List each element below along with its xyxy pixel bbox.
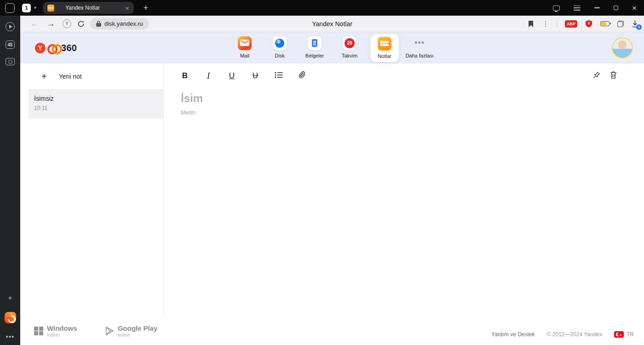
kebab-menu-icon[interactable]: ⋮ — [542, 20, 549, 28]
google-play-download-link[interactable]: Google Play İndirin — [106, 324, 158, 338]
cast-icon[interactable] — [553, 6, 560, 11]
page-title: Yandex Notlar — [312, 20, 352, 28]
nav-label: Notlar — [378, 53, 391, 59]
nav-label: Daha fazlası — [405, 53, 433, 58]
menu-icon[interactable] — [574, 6, 581, 11]
yandex-y-icon: Y — [35, 43, 46, 53]
new-note-button[interactable]: + Yeni not — [29, 63, 163, 90]
back-icon[interactable]: ← — [29, 20, 40, 28]
url-text: disk.yandex.ru — [104, 20, 143, 27]
sidebar-toggle-icon[interactable] — [5, 3, 15, 13]
nav-label: Disk — [275, 53, 284, 58]
nav-item-mail[interactable]: Mail — [230, 34, 259, 58]
browser-window: 1 ▼ Yandex Notlar × + × 45 + — [0, 0, 644, 345]
store-subtitle: İndirin — [47, 333, 77, 338]
minimize-button[interactable] — [594, 7, 600, 8]
windows-icon — [34, 327, 43, 335]
new-note-label: Yeni not — [59, 73, 82, 80]
tab-count-badge: 1 — [22, 4, 31, 12]
infinity-icon — [47, 44, 59, 52]
editor-toolbar: B I U U — [164, 63, 644, 88]
tab-groups-icon[interactable] — [617, 21, 624, 27]
disk-icon — [273, 36, 287, 50]
note-body-input[interactable]: Metin — [181, 109, 626, 116]
italic-button[interactable]: I — [204, 71, 213, 81]
forward-icon[interactable]: → — [45, 20, 57, 28]
store-subtitle: İndirin — [118, 333, 158, 338]
address-bar[interactable]: disk.yandex.ru — [90, 18, 149, 29]
new-tab-button[interactable]: + — [140, 2, 151, 13]
editor-content[interactable]: İsim Metin — [164, 88, 644, 116]
store-title: Windows — [47, 324, 77, 332]
yandex360-logo[interactable]: Y 360 — [35, 43, 77, 53]
play-icon[interactable] — [6, 22, 15, 31]
google-play-icon — [106, 327, 114, 335]
nav-label: Belgeler — [305, 53, 324, 58]
browser-toolbar: ← → Y disk.yandex.ru Yandex Notlar ⋮ ABP — [20, 16, 644, 32]
maximize-button[interactable] — [614, 6, 618, 10]
app-footer: Windows İndirin Google Play İndirin Yard… — [20, 316, 644, 345]
lock-icon — [96, 21, 101, 27]
downloads-button[interactable]: 1 — [632, 20, 638, 28]
notes-icon — [378, 37, 391, 51]
store-title: Google Play — [118, 324, 158, 332]
adblock-plus-badge[interactable]: ABP — [565, 20, 577, 28]
more-icon[interactable]: ••• — [6, 333, 15, 340]
underline-button[interactable]: U — [227, 71, 236, 80]
more-services-icon: ••• — [413, 36, 426, 50]
reload-icon[interactable] — [77, 20, 85, 28]
nav-item-calendar[interactable]: 20 Takvim — [335, 34, 364, 58]
plus-icon: + — [41, 71, 47, 82]
notes-list-panel: + Yeni not İsimsiz 10:11 — [29, 63, 164, 316]
tab-list-button[interactable]: 1 ▼ — [22, 4, 37, 12]
browser-tab[interactable]: Yandex Notlar × — [43, 2, 134, 14]
services-nav: Mail Disk Belgeler 20 Takvim — [230, 34, 434, 62]
tabs-counter-badge[interactable]: 45 — [6, 40, 15, 49]
windows-download-link[interactable]: Windows İndirin — [34, 324, 77, 338]
yandex-browser-icon[interactable] — [5, 312, 16, 323]
note-title-input[interactable]: İsim — [181, 92, 626, 105]
help-link[interactable]: Yardım ve Destek — [491, 331, 535, 338]
add-icon[interactable]: + — [8, 293, 12, 303]
bold-button[interactable]: B — [180, 71, 190, 80]
tab-bar: 1 ▼ Yandex Notlar × + × — [0, 0, 644, 16]
nav-item-more[interactable]: ••• Daha fazlası — [405, 34, 434, 58]
shield-icon[interactable] — [585, 20, 592, 28]
close-button[interactable]: × — [632, 4, 637, 12]
language-selector[interactable]: ★ TR — [614, 331, 634, 338]
download-count-badge: 1 — [636, 24, 642, 30]
protect-icon[interactable]: Y — [63, 19, 71, 28]
note-time: 10:11 — [34, 105, 158, 111]
copyright-text: © 2012—2024 Yandex — [547, 331, 603, 338]
documents-icon — [308, 36, 322, 50]
nav-item-docs[interactable]: Belgeler — [300, 34, 329, 58]
notes-favicon-icon — [47, 5, 54, 12]
pin-button[interactable] — [592, 71, 601, 81]
note-editor: B I U U — [164, 63, 644, 316]
list-item[interactable]: İsimsiz 10:11 — [29, 90, 163, 118]
strikethrough-button[interactable]: U — [251, 71, 260, 80]
trash-button[interactable] — [610, 71, 617, 81]
screenshot-icon[interactable] — [6, 58, 15, 65]
tab-title: Yandex Notlar — [65, 5, 122, 11]
browser-sidebar: 45 + ••• — [0, 16, 20, 345]
nav-item-notes[interactable]: Notlar — [370, 34, 399, 62]
chevron-down-icon: ▼ — [33, 6, 37, 10]
yandex360-header: Y 360 Mail Disk — [20, 32, 644, 63]
bookmark-icon[interactable] — [528, 20, 534, 28]
brand-360-text: 360 — [61, 43, 77, 53]
nav-item-disk[interactable]: Disk — [265, 34, 294, 58]
attach-button[interactable] — [298, 70, 307, 81]
battery-icon[interactable] — [600, 21, 610, 26]
turkey-flag-icon: ★ — [614, 331, 624, 338]
avatar[interactable] — [612, 37, 633, 58]
nav-label: Takvim — [342, 53, 357, 58]
calendar-icon: 20 — [343, 36, 356, 50]
language-label: TR — [627, 331, 634, 338]
divider — [557, 20, 557, 28]
note-title: İsimsiz — [34, 95, 158, 102]
mail-icon — [238, 36, 252, 50]
tab-close-icon[interactable]: × — [125, 4, 129, 12]
nav-label: Mail — [240, 53, 249, 58]
list-button[interactable] — [274, 71, 283, 80]
